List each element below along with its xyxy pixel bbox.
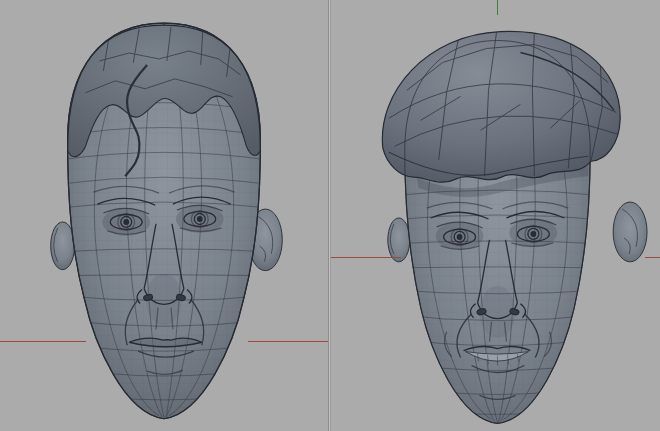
wireframe-head-beret-icon: [331, 0, 660, 431]
ear-right: [613, 202, 647, 262]
viewport-right-head-beret[interactable]: [331, 0, 660, 431]
ear-left: [388, 218, 410, 262]
ear-left: [51, 222, 75, 270]
viewport-left-head[interactable]: [0, 0, 328, 431]
head-mesh: [58, 15, 273, 425]
wireframe-head-icon: [0, 0, 328, 431]
viewport-split-layout: [0, 0, 660, 431]
